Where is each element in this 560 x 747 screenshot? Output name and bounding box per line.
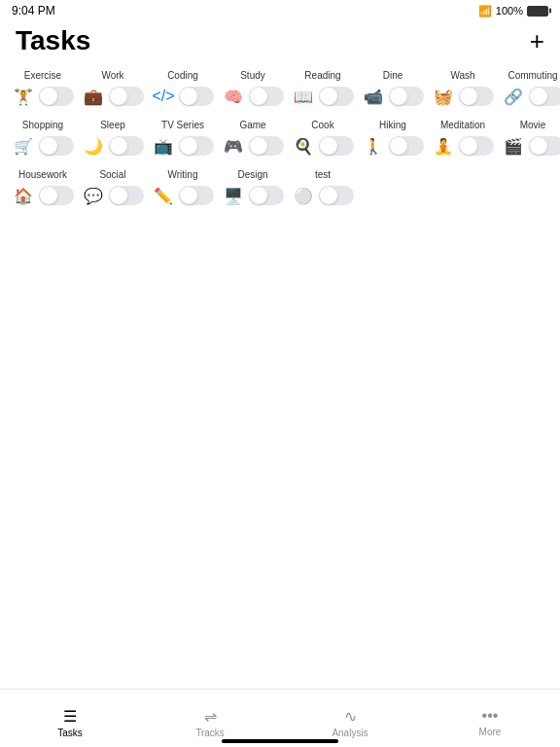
analysis-nav-icon: ∿ [344,707,357,726]
task-row-design: 🖥️ [222,184,284,207]
task-toggle-exercise[interactable] [39,87,74,106]
task-icon-shopping: 🛒 [12,134,35,158]
task-item-meditation: Meditation🧘 [428,114,498,163]
tracks-nav-label: Tracks [195,728,225,738]
task-item-shopping: Shopping🛒 [8,114,78,163]
task-icon-dine: 📹 [362,85,385,108]
task-item-movie: Movie🎬 [498,114,560,163]
task-label-dine: Dine [383,70,403,81]
task-icon-study: 🧠 [222,85,245,108]
task-toggle-design[interactable] [249,186,284,205]
task-toggle-cook[interactable] [319,136,354,156]
tasks-nav-label: Tasks [57,728,83,738]
task-row-cook: 🍳 [292,134,354,158]
task-row-game: 🎮 [222,134,284,158]
task-label-wash: Wash [450,70,474,81]
task-toggle-social[interactable] [109,186,144,205]
task-icon-work: 💼 [82,85,105,108]
task-row-shopping: 🛒 [12,134,74,158]
task-label-meditation: Meditation [440,120,485,130]
task-icon-social: 💬 [82,184,105,207]
task-row-meditation: 🧘 [432,134,494,158]
home-indicator [222,739,338,743]
task-toggle-study[interactable] [249,87,284,106]
task-icon-commuting: 🔗 [502,85,525,108]
task-toggle-movie[interactable] [529,136,560,156]
task-toggle-work[interactable] [109,87,144,106]
tasks-grid: Exercise🏋️Work💼Coding</>Study🧠Reading📖Di… [0,64,560,213]
task-label-coding: Coding [167,70,198,81]
task-label-cook: Cook [311,120,333,130]
task-toggle-game[interactable] [249,136,284,156]
task-icon-exercise: 🏋️ [12,85,35,108]
task-item-wash: Wash🧺 [428,64,498,114]
task-icon-game: 🎮 [222,134,245,158]
task-toggle-wash[interactable] [459,87,494,106]
task-item-sleep: Sleep🌙 [78,114,148,163]
task-row-wash: 🧺 [432,85,494,108]
status-time: 9:04 PM [12,4,55,18]
battery-percent: 100% [496,5,523,17]
bottom-nav: ☰ Tasks ⇌ Tracks ∿ Analysis ••• More [0,689,560,747]
task-row-study: 🧠 [222,85,284,108]
task-toggle-reading[interactable] [319,87,354,106]
page-title: Tasks [16,25,90,56]
task-label-tv-series: TV Series [161,120,204,130]
tracks-nav-icon: ⇌ [204,707,217,726]
task-item-housework: Housework🏠 [8,163,78,213]
task-toggle-hiking[interactable] [389,136,424,156]
task-row-sleep: 🌙 [82,134,144,158]
analysis-nav-label: Analysis [332,728,368,738]
task-icon-reading: 📖 [292,85,315,108]
task-row-exercise: 🏋️ [12,85,74,108]
task-label-shopping: Shopping [22,120,63,130]
task-label-sleep: Sleep [100,120,125,130]
add-button[interactable]: + [530,28,544,53]
task-item-study: Study🧠 [218,64,288,114]
task-icon-cook: 🍳 [292,134,315,158]
task-toggle-shopping[interactable] [39,136,74,156]
nav-item-more[interactable]: ••• More [420,699,560,737]
status-right: 📶 100% [478,5,548,18]
task-item-hiking: Hiking🚶 [358,114,428,163]
task-icon-sleep: 🌙 [82,134,105,158]
task-toggle-commuting[interactable] [529,87,560,106]
task-label-work: Work [101,70,123,81]
task-toggle-sleep[interactable] [109,136,144,156]
more-nav-icon: ••• [482,707,499,725]
nav-item-tracks[interactable]: ⇌ Tracks [140,699,280,738]
task-label-reading: Reading [304,70,340,81]
task-item-commuting: Commuting🔗 [498,64,560,114]
task-item-dine: Dine📹 [358,64,428,114]
task-item-cook: Cook🍳 [288,114,358,163]
task-item-design: Design🖥️ [218,163,288,213]
task-icon-tv-series: 📺 [152,134,175,158]
task-label-movie: Movie [520,120,546,130]
task-label-writing: Writing [168,169,198,180]
task-label-housework: Housework [18,169,67,180]
task-row-housework: 🏠 [12,184,74,207]
task-toggle-coding[interactable] [179,87,214,106]
task-toggle-writing[interactable] [179,186,214,205]
task-label-design: Design [237,169,267,180]
task-toggle-test[interactable] [319,186,354,205]
nav-item-analysis[interactable]: ∿ Analysis [280,699,420,738]
nav-item-tasks[interactable]: ☰ Tasks [0,699,140,738]
task-icon-movie: 🎬 [502,134,525,158]
task-toggle-meditation[interactable] [459,136,494,156]
task-item-game: Game🎮 [218,114,288,163]
task-icon-meditation: 🧘 [432,134,455,158]
tasks-nav-icon: ☰ [63,707,77,726]
task-row-dine: 📹 [362,85,424,108]
task-icon-design: 🖥️ [222,184,245,207]
task-label-game: Game [239,120,265,130]
task-toggle-housework[interactable] [39,186,74,205]
task-icon-coding: </> [152,85,175,108]
task-row-work: 💼 [82,85,144,108]
task-label-commuting: Commuting [508,70,557,81]
task-row-social: 💬 [82,184,144,207]
more-nav-label: More [479,727,502,737]
task-toggle-tv-series[interactable] [179,136,214,156]
task-toggle-dine[interactable] [389,87,424,106]
task-icon-writing: ✏️ [152,184,175,207]
